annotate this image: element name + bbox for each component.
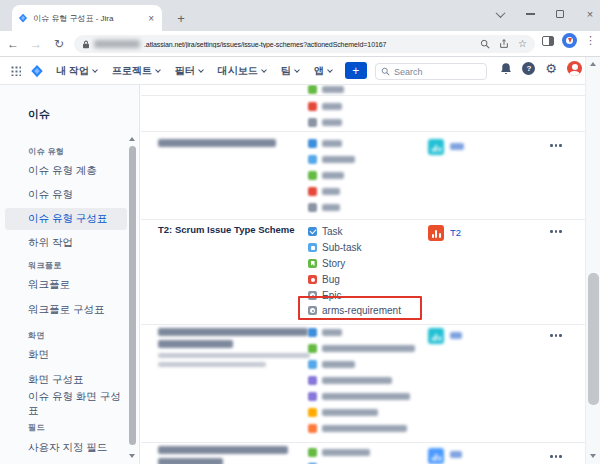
issue-type-bug: Bug (308, 274, 340, 285)
search-input[interactable] (394, 67, 474, 77)
redacted-project-link (450, 143, 464, 150)
share-icon[interactable] (499, 39, 509, 49)
row-actions-menu[interactable] (546, 451, 566, 462)
redacted-scheme-name (158, 139, 276, 147)
redacted-issue-type (308, 171, 317, 180)
bookmark-star-icon[interactable]: ☆ (518, 39, 527, 49)
sidebar-item-issue-type-hierarchy[interactable]: 이슈 유형 계층 (5, 160, 127, 182)
redacted-text (322, 204, 340, 211)
redacted-text (322, 449, 370, 456)
scroll-down-icon[interactable] (129, 454, 135, 458)
section-screens-label: 화면 (28, 330, 45, 341)
nav-projects[interactable]: 프로젝트 (112, 64, 160, 78)
create-button[interactable]: + (345, 62, 367, 79)
search-icon (381, 67, 390, 76)
redacted-text (322, 329, 342, 336)
chevron-down-icon (155, 67, 161, 73)
redacted-description (158, 362, 266, 367)
row-divider (141, 95, 585, 96)
reload-button[interactable]: ↻ (49, 34, 69, 54)
new-tab-button[interactable]: + (172, 9, 190, 27)
back-button[interactable]: ← (3, 34, 23, 54)
sidebar-item-custom-fields[interactable]: 사용자 지정 필드 (5, 437, 127, 459)
jira-logo[interactable] (30, 64, 44, 78)
settings-gear-icon[interactable]: ⚙ (545, 62, 557, 75)
subtask-icon (308, 243, 317, 252)
user-avatar[interactable] (567, 61, 582, 76)
browser-profile-avatar[interactable] (562, 33, 577, 48)
notifications-bell-icon[interactable] (500, 62, 512, 75)
row-actions-menu[interactable] (546, 140, 566, 151)
redacted-issue-type (308, 344, 317, 353)
nav-filters[interactable]: 필터 (175, 64, 203, 78)
browser-window: 이슈 유형 구성표 - Jira × + × ← → ↻ .atlassian.… (0, 0, 600, 464)
sidebar-title: 이슈 (28, 107, 50, 122)
scroll-up-icon[interactable] (590, 62, 596, 66)
chevron-down-icon (261, 67, 267, 73)
window-minimize-button[interactable] (524, 8, 536, 20)
highlight-annotation-box (298, 296, 422, 320)
redacted-text (322, 361, 355, 368)
window-close-button[interactable]: × (584, 8, 596, 20)
sidebar-item-sub-tasks[interactable]: 하위 작업 (5, 232, 127, 254)
side-panel-icon[interactable] (542, 36, 554, 46)
sidebar-item-screens[interactable]: 화면 (5, 344, 127, 366)
scheme-name: T2: Scrum Issue Type Scheme (158, 224, 295, 235)
redacted-text (322, 140, 342, 147)
nav-my-work[interactable]: 내 작업 (56, 64, 97, 78)
search-box[interactable] (375, 63, 487, 80)
redacted-scheme-name (158, 340, 233, 348)
issue-type-story: Story (308, 258, 345, 269)
tab-search-chevron-icon[interactable] (494, 8, 506, 20)
redacted-text (322, 156, 355, 163)
sidebar-scrollbar[interactable] (128, 133, 137, 464)
sidebar-scrollbar-thumb[interactable] (129, 146, 136, 445)
redacted-issue-type (308, 424, 317, 433)
redacted-site-domain (94, 40, 140, 48)
scroll-down-icon[interactable] (590, 454, 596, 458)
redacted-project-link (450, 332, 462, 339)
sidebar-item-issue-type-screen-schemes[interactable]: 이슈 유형 화면 구성표 (5, 393, 127, 415)
help-icon[interactable]: ? (522, 62, 535, 75)
nav-apps[interactable]: 앱 (314, 64, 332, 78)
page-scrollbar-thumb[interactable] (588, 273, 599, 405)
forward-button[interactable]: → (26, 34, 46, 54)
page-zoom-icon[interactable] (480, 39, 490, 49)
chevron-down-icon (198, 67, 204, 73)
page-scrollbar[interactable] (585, 57, 600, 464)
redacted-issue-type (308, 408, 317, 417)
redacted-text (322, 425, 407, 432)
browser-tab[interactable]: 이슈 유형 구성표 - Jira × (12, 5, 162, 31)
project-avatar-t2[interactable] (428, 225, 444, 241)
row-divider (141, 324, 585, 325)
address-bar[interactable]: .atlassian.net/jira/settings/issues/issu… (74, 35, 535, 53)
tab-strip: 이슈 유형 구성표 - Jira × + × (0, 0, 600, 31)
redacted-description (158, 353, 310, 358)
row-actions-menu[interactable] (546, 330, 566, 341)
sidebar-item-issue-types[interactable]: 이슈 유형 (5, 184, 127, 206)
sidebar-item-workflow-schemes[interactable]: 워크플로 구성표 (5, 299, 127, 321)
sidebar-item-screen-schemes[interactable]: 화면 구성표 (5, 369, 127, 391)
bug-icon (308, 275, 317, 284)
redacted-project-avatar (428, 328, 444, 344)
chevron-down-icon (92, 67, 98, 73)
app-switcher-icon[interactable] (10, 65, 21, 76)
tab-close-icon[interactable]: × (146, 13, 156, 24)
row-actions-menu[interactable] (546, 226, 566, 237)
window-maximize-button[interactable] (554, 8, 566, 20)
row-divider (141, 219, 585, 220)
scroll-up-icon[interactable] (129, 137, 135, 141)
browser-menu-icon[interactable]: ⋮ (585, 34, 596, 47)
redacted-text (322, 86, 344, 93)
nav-teams[interactable]: 팀 (281, 64, 299, 78)
redacted-issue-type (308, 139, 317, 148)
redacted-project-avatar (428, 139, 444, 155)
sidebar-item-issue-type-schemes[interactable]: 이슈 유형 구성표 (5, 208, 127, 230)
nav-dashboards[interactable]: 대시보드 (218, 64, 266, 78)
project-link-t2[interactable]: T2 (450, 227, 461, 238)
issue-type-subtask: Sub-task (308, 242, 361, 253)
redacted-scheme-name (158, 446, 288, 454)
sidebar-item-workflows[interactable]: 워크플로 (5, 274, 127, 296)
redacted-text (322, 409, 378, 416)
redacted-text (322, 103, 342, 110)
